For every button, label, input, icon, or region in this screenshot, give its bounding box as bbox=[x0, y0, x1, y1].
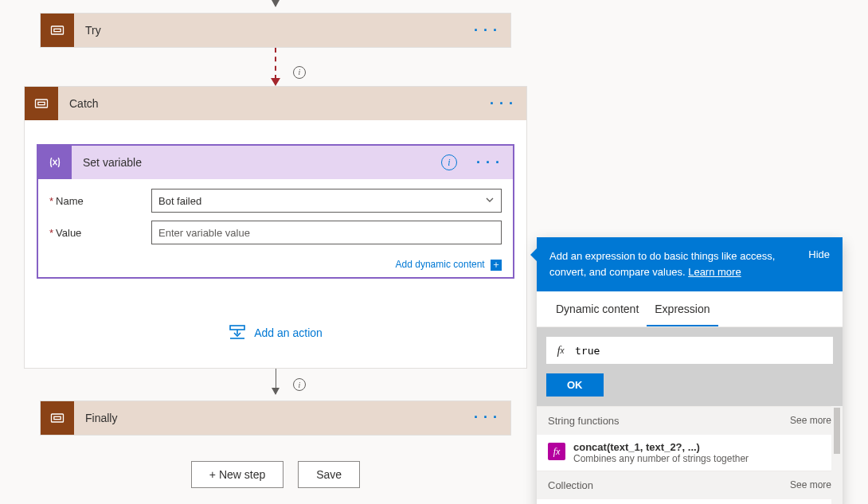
add-dynamic-content-link[interactable]: Add dynamic content bbox=[396, 259, 485, 270]
more-menu[interactable]: · · · bbox=[477, 96, 526, 112]
learn-more-link[interactable]: Learn more bbox=[688, 266, 741, 278]
popover-caret bbox=[530, 248, 537, 261]
function-item-concat[interactable]: fx concat(text_1, text_2?, ...) Combines… bbox=[537, 435, 843, 471]
variable-icon bbox=[38, 146, 72, 179]
category-title: Collection bbox=[548, 479, 593, 491]
popover-tabs: Dynamic content Expression bbox=[537, 291, 843, 327]
fx-icon: fx bbox=[548, 443, 565, 460]
more-menu[interactable]: · · · bbox=[461, 22, 510, 39]
action-set-variable: Set variable i · · · *Name Bot failed bbox=[37, 144, 514, 279]
chevron-down-icon bbox=[485, 195, 495, 207]
field-label-name: *Name bbox=[49, 195, 151, 207]
category-collection: Collection See more fx bbox=[537, 471, 843, 504]
scope-icon bbox=[25, 87, 58, 120]
svg-rect-1 bbox=[54, 29, 61, 31]
popover-header-text: Add an expression to do basic things lik… bbox=[549, 248, 796, 280]
connector-arrow bbox=[0, 0, 551, 13]
scope-try[interactable]: Try · · · bbox=[40, 13, 511, 48]
expression-input[interactable] bbox=[575, 345, 833, 357]
flow-canvas: Try · · · i Catch · · · Set variable bbox=[0, 0, 551, 488]
scope-icon bbox=[41, 401, 74, 435]
footer-buttons: + New step Save bbox=[0, 436, 551, 488]
add-action-link[interactable]: Add an action bbox=[229, 323, 323, 343]
runafter-info-icon[interactable]: i bbox=[293, 377, 306, 392]
save-button[interactable]: Save bbox=[298, 461, 360, 488]
category-title: String functions bbox=[548, 415, 620, 427]
svg-rect-4 bbox=[230, 326, 244, 330]
scrollbar-track[interactable] bbox=[831, 406, 843, 504]
scope-title: Catch bbox=[58, 97, 477, 110]
action-title: Set variable bbox=[72, 156, 441, 169]
add-action-label: Add an action bbox=[254, 326, 323, 339]
scope-title: Finally bbox=[74, 412, 461, 424]
see-more-link[interactable]: See more bbox=[790, 415, 831, 427]
field-label-value: *Value bbox=[49, 227, 151, 239]
hide-link[interactable]: Hide bbox=[808, 248, 830, 280]
plus-icon[interactable]: ＋ bbox=[491, 260, 502, 271]
scrollbar-thumb[interactable] bbox=[834, 408, 840, 454]
svg-rect-7 bbox=[52, 414, 64, 422]
function-item[interactable]: fx bbox=[537, 499, 843, 504]
new-step-button[interactable]: + New step bbox=[191, 461, 283, 488]
svg-rect-2 bbox=[36, 100, 48, 107]
fx-icon: fx bbox=[546, 344, 575, 357]
category-string-functions: String functions See more fx concat(text… bbox=[537, 406, 843, 471]
insert-step-icon bbox=[229, 323, 246, 343]
scope-title: Try bbox=[74, 24, 461, 37]
svg-rect-8 bbox=[54, 416, 61, 419]
action-header[interactable]: Set variable i · · · bbox=[38, 146, 513, 179]
ok-button[interactable]: OK bbox=[546, 373, 604, 397]
tab-expression[interactable]: Expression bbox=[647, 291, 717, 326]
function-description: Combines any number of strings together bbox=[573, 453, 749, 464]
scope-icon bbox=[41, 14, 74, 47]
expression-popover: Add an expression to do basic things lik… bbox=[537, 237, 843, 504]
svg-rect-3 bbox=[38, 102, 45, 104]
name-select-value: Bot failed bbox=[158, 195, 201, 207]
expression-input-row: fx bbox=[546, 337, 833, 364]
connector-dashed: i bbox=[0, 48, 551, 86]
runafter-info-icon[interactable]: i bbox=[293, 64, 306, 79]
see-more-link[interactable]: See more bbox=[790, 479, 831, 491]
name-select[interactable]: Bot failed bbox=[151, 189, 502, 213]
info-icon[interactable]: i bbox=[441, 154, 457, 170]
connector-arrow: i bbox=[0, 369, 551, 400]
more-menu[interactable]: · · · bbox=[463, 154, 513, 171]
svg-rect-0 bbox=[52, 26, 64, 34]
tab-dynamic-content[interactable]: Dynamic content bbox=[548, 291, 647, 326]
function-signature: concat(text_1, text_2?, ...) bbox=[573, 441, 749, 453]
value-input[interactable] bbox=[151, 221, 502, 244]
scope-finally[interactable]: Finally · · · bbox=[40, 400, 511, 436]
more-menu[interactable]: · · · bbox=[461, 409, 510, 426]
scope-catch: Catch · · · Set variable i · · · *Name bbox=[24, 86, 527, 369]
scope-catch-header[interactable]: Catch · · · bbox=[25, 87, 526, 120]
